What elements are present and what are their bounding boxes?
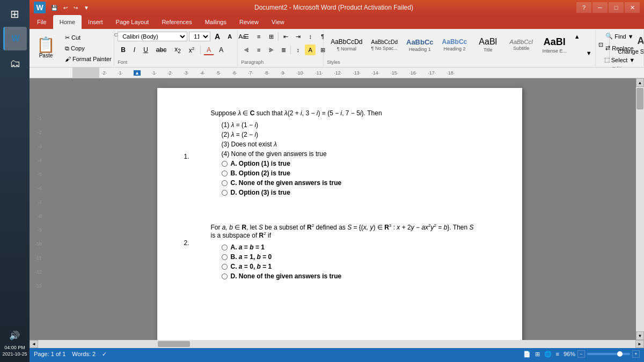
subscript-button[interactable]: x2 bbox=[171, 45, 184, 55]
tab-references[interactable]: References bbox=[155, 15, 198, 29]
radio-d2[interactable] bbox=[222, 274, 228, 279]
document-title: Document2 - Microsoft Word (Product Acti… bbox=[91, 4, 576, 11]
font-shrink-btn[interactable]: A bbox=[224, 31, 235, 42]
horizontal-scrollbar[interactable]: ◄ ► bbox=[30, 340, 644, 348]
tab-page-layout[interactable]: Page Layout bbox=[109, 15, 156, 29]
view-outline-btn[interactable]: ≡ bbox=[556, 351, 559, 357]
copy-button[interactable]: ⧉ Copy bbox=[62, 43, 114, 54]
style-big[interactable]: AaBl Intense E... bbox=[538, 35, 570, 55]
tab-view[interactable]: View bbox=[265, 15, 291, 29]
tab-file[interactable]: File bbox=[31, 15, 53, 29]
style-heading1[interactable]: AaBbCc Heading 1 bbox=[402, 36, 437, 54]
undo-quick-btn[interactable]: ↩ bbox=[61, 4, 70, 12]
find-btn[interactable]: 🔍 Find ▼ bbox=[603, 31, 636, 41]
start-button[interactable]: ⊞ bbox=[3, 2, 27, 26]
font-size-selector[interactable]: 11 bbox=[189, 32, 210, 41]
view-print-btn[interactable]: 📄 bbox=[523, 351, 531, 358]
style-normal[interactable]: AaBbCcDd ¶ Normal bbox=[327, 36, 366, 53]
divider bbox=[200, 46, 201, 54]
taskbar-word[interactable]: W bbox=[3, 27, 27, 50]
paste-button[interactable]: 📋 Paste bbox=[32, 31, 60, 65]
zoom-thumb[interactable] bbox=[617, 351, 623, 357]
bold-button[interactable]: B bbox=[118, 45, 129, 55]
format-painter-button[interactable]: 🖌 Format Painter bbox=[62, 54, 114, 64]
save-quick-btn[interactable]: 💾 bbox=[49, 4, 60, 12]
radio-c1[interactable] bbox=[222, 180, 228, 186]
scroll-right-btn[interactable]: ► bbox=[635, 340, 644, 348]
question-1-option-3: (3) Does not exist λ bbox=[211, 141, 479, 148]
view-fullscreen-btn[interactable]: ⊞ bbox=[535, 351, 540, 358]
line-spacing-btn[interactable]: ↕ bbox=[292, 45, 303, 55]
tab-home[interactable]: Home bbox=[53, 15, 82, 29]
italic-button[interactable]: I bbox=[130, 45, 138, 55]
cut-button[interactable]: ✂ Cut bbox=[62, 33, 114, 43]
radio-a2[interactable] bbox=[222, 245, 228, 250]
vertical-scrollbar[interactable]: ▲ ▼ bbox=[636, 78, 644, 340]
close-btn[interactable]: ✕ bbox=[625, 2, 640, 13]
copy-icon: ⧉ bbox=[65, 45, 69, 52]
taskbar-volume[interactable]: 🔊 bbox=[2, 330, 27, 342]
paste-icon: 📋 bbox=[36, 38, 55, 53]
restore-btn[interactable]: □ bbox=[609, 2, 624, 13]
strikethrough-button[interactable]: abc bbox=[153, 45, 170, 55]
text-color-btn[interactable]: A bbox=[203, 45, 214, 55]
styles-scroll-up[interactable]: ▲ bbox=[572, 31, 582, 42]
radio-b1[interactable] bbox=[222, 171, 228, 176]
doc-with-ruler: ·2··1· ▲ ·1··2··3··4··5··6··7··8··9··10·… bbox=[30, 68, 644, 348]
shading-btn[interactable]: A bbox=[305, 45, 316, 55]
page-container[interactable]: Suppose λ ∈ C such that λ(2 + i, 3 − i) … bbox=[43, 78, 636, 340]
replace-btn[interactable]: ⇄ Replace bbox=[603, 43, 636, 53]
multilevel-btn[interactable]: ⊞ bbox=[266, 31, 276, 42]
zoom-out-btn[interactable]: − bbox=[577, 350, 585, 358]
font-grow-btn[interactable]: A bbox=[212, 31, 223, 42]
h-scroll-thumb[interactable] bbox=[158, 341, 190, 347]
align-left-btn[interactable]: ⫷ bbox=[241, 45, 252, 55]
underline-button[interactable]: U bbox=[140, 45, 151, 55]
style-heading2[interactable]: AaBbCc Heading 2 bbox=[438, 36, 471, 53]
view-web-btn[interactable]: 🌐 bbox=[544, 351, 552, 358]
scroll-up-btn[interactable]: ▲ bbox=[636, 78, 644, 87]
style-normal-label: ¶ Normal bbox=[337, 46, 356, 51]
align-right-btn[interactable]: ⫸ bbox=[266, 45, 276, 55]
document-page[interactable]: Suppose λ ∈ C such that λ(2 + i, 3 − i) … bbox=[157, 88, 522, 340]
status-left: Page: 1 of 1 Words: 2 ✓ bbox=[34, 351, 107, 358]
increase-indent-btn[interactable]: ⇥ bbox=[292, 31, 303, 42]
align-center-btn[interactable]: ≡ bbox=[253, 45, 264, 55]
minimize-btn[interactable]: ─ bbox=[592, 2, 608, 13]
scroll-thumb[interactable] bbox=[636, 88, 643, 109]
superscript-button[interactable]: x2 bbox=[186, 45, 197, 55]
zoom-in-btn[interactable]: + bbox=[632, 350, 640, 358]
scroll-down-btn[interactable]: ▼ bbox=[636, 331, 644, 340]
tab-mailings[interactable]: Mailings bbox=[199, 15, 233, 29]
customize-quick-btn[interactable]: ▼ bbox=[82, 4, 91, 12]
taskbar-explorer[interactable]: 🗂 bbox=[3, 51, 27, 75]
zoom-slider[interactable] bbox=[587, 353, 630, 355]
tab-insert[interactable]: Insert bbox=[82, 15, 109, 29]
title-bar: W 💾 ↩ ↪ ▼ Document2 - Microsoft Word (Pr… bbox=[30, 0, 644, 15]
sort-btn[interactable]: ↕ bbox=[305, 31, 316, 42]
taskbar-date: 2021-10-25 bbox=[2, 351, 27, 358]
radio-d1[interactable] bbox=[222, 190, 228, 196]
radio-c2[interactable] bbox=[222, 264, 228, 270]
justify-btn[interactable]: ≣ bbox=[278, 45, 289, 55]
redo-quick-btn[interactable]: ↪ bbox=[71, 4, 80, 12]
radio-b2[interactable] bbox=[222, 254, 228, 260]
radio-a1[interactable] bbox=[222, 161, 228, 167]
highlight-btn[interactable]: A bbox=[216, 45, 226, 55]
select-btn[interactable]: ⬚ Select ▼ bbox=[602, 55, 638, 65]
scroll-left-btn[interactable]: ◄ bbox=[30, 340, 38, 348]
bullets-btn[interactable]: ☰ bbox=[241, 31, 252, 42]
style-h2-label: Heading 2 bbox=[443, 46, 465, 51]
styles-scroll-down[interactable]: ▼ bbox=[583, 48, 594, 58]
style-title[interactable]: AaBl Title bbox=[472, 35, 504, 54]
style-subtitle[interactable]: AaBbCcI Subtitle bbox=[505, 37, 537, 53]
style-no-spacing[interactable]: AaBbCcDd ¶ No Spac... bbox=[368, 38, 401, 53]
help-btn[interactable]: ? bbox=[576, 2, 591, 13]
numbering-btn[interactable]: ≡ bbox=[253, 31, 264, 42]
tab-review[interactable]: Review bbox=[233, 15, 265, 29]
font-name-selector[interactable]: Calibri (Body) bbox=[118, 32, 187, 41]
styles-group: AaBbCcDd ¶ Normal AaBbCcDd ¶ No Spac... … bbox=[324, 30, 596, 66]
decrease-indent-btn[interactable]: ⇤ bbox=[280, 31, 291, 42]
editing-group: 🔍 Find ▼ ⇄ Replace ⬚ Select ▼ Editing bbox=[596, 30, 644, 66]
paragraph-controls: ☰ ≡ ⊞ ⇤ ⇥ ↕ ¶ ⫷ ≡ ⫸ ≣ bbox=[241, 31, 328, 58]
